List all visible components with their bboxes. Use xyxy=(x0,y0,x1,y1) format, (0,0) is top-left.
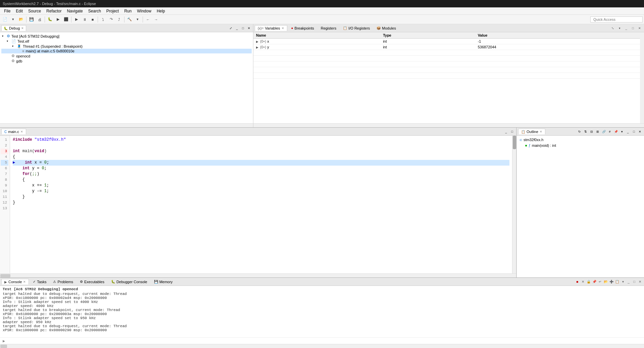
tab-breakpoints[interactable]: ● Breakpoints xyxy=(289,26,317,31)
tree-item-test[interactable]: ▾ ⚙ Test [Ac6 STM32 Debugging] xyxy=(1,34,252,39)
toolbar-new[interactable]: 📄 xyxy=(1,16,9,23)
menu-edit[interactable]: Edit xyxy=(13,8,26,14)
expand-y-icon[interactable]: ▶ xyxy=(256,46,258,49)
var-row-y[interactable]: ▶ (0+) y int 536872044 xyxy=(253,44,640,50)
tab-executables[interactable]: ⚙ Executables xyxy=(77,279,107,285)
editor-h-scrollbar[interactable] xyxy=(0,273,516,277)
console-close[interactable]: ✕ xyxy=(637,279,643,285)
menu-refactor[interactable]: Refactor xyxy=(44,8,64,14)
console-minimize[interactable]: _ xyxy=(626,279,631,285)
menu-search[interactable]: Search xyxy=(86,8,104,14)
debug-maximize[interactable]: □ xyxy=(240,26,246,31)
outline-close[interactable]: ✕ xyxy=(637,129,643,134)
console-input-line[interactable]: ▶ xyxy=(0,337,644,344)
toolbar-dropdown[interactable]: ▾ xyxy=(9,16,17,23)
tab-debug[interactable]: 🐛 Debug ✕ xyxy=(1,25,26,31)
editor-minimize[interactable]: _ xyxy=(503,129,509,134)
console-h-scrollbar[interactable] xyxy=(0,344,644,348)
toolbar-resume[interactable]: ▶ xyxy=(73,16,80,23)
toolbar-stepinto[interactable]: ⤵ xyxy=(99,16,107,23)
toolbar-suspend[interactable]: ⏸ xyxy=(81,16,88,23)
console-open-file[interactable]: 📂 xyxy=(603,279,608,285)
menu-window[interactable]: Window xyxy=(134,8,154,14)
tab-console-close[interactable]: ✕ xyxy=(23,280,26,284)
outline-link[interactable]: 🔗 xyxy=(601,129,606,134)
quick-access-input[interactable] xyxy=(590,16,643,23)
console-pin[interactable]: 📌 xyxy=(592,279,597,285)
console-clear[interactable]: ✕ xyxy=(580,279,586,285)
var-maximize[interactable]: □ xyxy=(630,25,636,31)
outline-collapse[interactable]: ⊞ xyxy=(595,129,600,134)
editor-scrollbar[interactable] xyxy=(512,136,516,273)
tab-outline[interactable]: 📋 Outline ✕ xyxy=(518,129,545,134)
var-minimize[interactable]: _ xyxy=(623,25,629,31)
tree-item-elf[interactable]: ▾ 📄 Test.elf xyxy=(1,39,252,44)
tab-variables[interactable]: (x)= Variables ✕ xyxy=(255,25,287,31)
toolbar-print[interactable]: 🖨 xyxy=(36,16,43,23)
menu-source[interactable]: Source xyxy=(26,8,44,14)
tree-item-thread[interactable]: ▾ 🧵 Thread #1 (Suspended : Breakpoint) xyxy=(1,44,252,49)
console-scroll-lock[interactable]: 🔒 xyxy=(586,279,591,285)
menu-file[interactable]: File xyxy=(1,8,13,14)
outline-pin[interactable]: 📌 xyxy=(613,129,618,134)
outline-minimize[interactable]: _ xyxy=(625,129,631,134)
outline-filter[interactable]: ⊟ xyxy=(589,129,594,134)
tab-debugger-console[interactable]: 🐛 Debugger Console xyxy=(108,279,150,285)
tab-tasks[interactable]: ✓ Tasks xyxy=(30,279,49,285)
menu-project[interactable]: Project xyxy=(104,8,121,14)
tab-variables-close[interactable]: ✕ xyxy=(282,27,284,30)
var-row-x[interactable]: ▶ (0+) x int -1 xyxy=(253,39,640,44)
debug-minimize[interactable]: _ xyxy=(234,26,240,31)
toolbar-forward[interactable]: → xyxy=(152,16,160,23)
toolbar-back[interactable]: ← xyxy=(144,16,152,23)
toolbar-build-drop[interactable]: ▾ xyxy=(134,16,141,23)
debug-close[interactable]: ✕ xyxy=(246,26,252,31)
console-stop[interactable]: ■ xyxy=(575,279,580,285)
console-maximize[interactable]: □ xyxy=(632,279,637,285)
console-word-wrap[interactable]: ↵ xyxy=(597,279,603,285)
console-new[interactable]: ➕ xyxy=(609,279,614,285)
editor-scrollbar-thumb[interactable] xyxy=(513,136,516,149)
tree-item-gdb[interactable]: ▶ ⚙ gdb xyxy=(1,58,252,63)
outline-item-main[interactable]: ● ƒ main(void) : int xyxy=(524,142,643,148)
tab-console[interactable]: ▶ Console ✕ xyxy=(1,279,29,285)
outline-sort[interactable]: ⇅ xyxy=(583,129,588,134)
debug-scrollbar[interactable] xyxy=(0,123,253,127)
outline-view-menu[interactable]: ▾ xyxy=(619,129,625,134)
tab-main-c[interactable]: C main.c ✕ xyxy=(1,129,26,134)
outline-hash[interactable]: # xyxy=(607,129,612,134)
outline-refresh[interactable]: ↻ xyxy=(577,129,582,134)
outline-item-include[interactable]: ⊂ stm32f0xx.h xyxy=(518,137,643,142)
var-bottom-scrollbar[interactable] xyxy=(253,123,644,127)
console-view-menu[interactable]: ▾ xyxy=(620,279,626,285)
menu-navigate[interactable]: Navigate xyxy=(64,8,85,14)
var-close[interactable]: ✕ xyxy=(637,25,643,31)
tab-modules[interactable]: 📦 Modules xyxy=(374,26,399,31)
toolbar-save[interactable]: 💾 xyxy=(28,16,35,23)
code-content[interactable]: #include "stm32f0xx.h" int main(void) { … xyxy=(10,136,512,273)
tab-debug-close[interactable]: ✕ xyxy=(21,27,24,30)
code-editor[interactable]: 1 2 3 4 5 6 7 8 9 10 11 12 13 xyxy=(0,136,516,273)
toolbar-debug[interactable]: 🐛 xyxy=(46,16,54,23)
tab-registers[interactable]: Registers xyxy=(318,26,339,31)
tab-memory[interactable]: 💾 Memory xyxy=(151,279,176,285)
outline-maximize[interactable]: □ xyxy=(631,129,637,134)
var-collapse-all[interactable]: ⤡ xyxy=(610,25,616,31)
debug-view-menu[interactable]: ⤢ xyxy=(228,26,234,31)
toolbar-stepreturn[interactable]: ⤴ xyxy=(115,16,123,23)
toolbar-stop[interactable]: ⬛ xyxy=(62,16,70,23)
var-view-menu[interactable]: ▾ xyxy=(616,25,623,31)
tab-outline-close[interactable]: ✕ xyxy=(540,130,542,133)
expand-x-icon[interactable]: ▶ xyxy=(256,40,258,43)
toolbar-stepover[interactable]: ↷ xyxy=(107,16,115,23)
toolbar-open[interactable]: 📂 xyxy=(17,16,25,23)
menu-help[interactable]: Help xyxy=(154,8,168,14)
menu-run[interactable]: Run xyxy=(121,8,134,14)
tab-io-registers[interactable]: 📋 I/O Registers xyxy=(340,26,373,31)
tree-item-frame[interactable]: ▶ ≡ main() at main.c:5 0x800010e xyxy=(1,49,252,53)
editor-h-scroll-thumb[interactable] xyxy=(0,274,10,277)
tree-item-openocd[interactable]: ▶ ⚙ openocd xyxy=(1,53,252,58)
tab-main-c-close[interactable]: ✕ xyxy=(20,130,23,133)
console-h-scroll-thumb[interactable] xyxy=(0,345,7,348)
var-scrollbar[interactable] xyxy=(640,32,644,123)
